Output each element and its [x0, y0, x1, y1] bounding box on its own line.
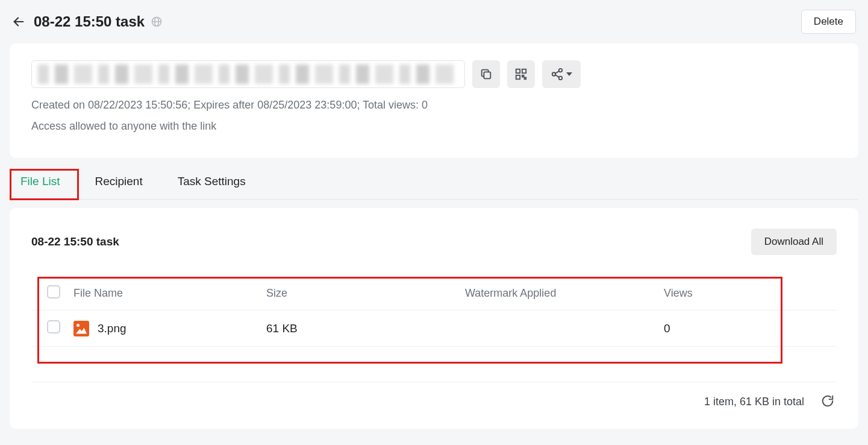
refresh-button[interactable]: [819, 392, 837, 412]
svg-point-11: [552, 72, 556, 76]
svg-line-13: [555, 71, 559, 74]
share-link-field[interactable]: [31, 60, 465, 88]
share-menu-button[interactable]: [542, 60, 581, 88]
file-cell: 3.png: [73, 321, 266, 336]
file-size: 61 KB: [266, 311, 465, 347]
content-title: 08-22 15:50 task: [31, 235, 119, 248]
svg-rect-7: [516, 75, 520, 79]
svg-line-14: [555, 75, 559, 77]
page-title-text: 08-22 15:50 task: [34, 13, 145, 30]
file-table: File Name Size Watermark Applied Views: [31, 278, 837, 347]
qr-code-button[interactable]: [507, 60, 535, 88]
tab-task-settings[interactable]: Task Settings: [169, 163, 254, 199]
tab-file-list[interactable]: File List: [12, 163, 68, 199]
link-info-card: Created on 08/22/2023 15:50:56; Expires …: [10, 43, 858, 158]
svg-point-10: [559, 69, 563, 72]
file-views: 0: [664, 311, 837, 347]
svg-rect-4: [484, 72, 490, 78]
svg-rect-5: [516, 69, 520, 73]
page-header: 08-22 15:50 task Delete: [10, 10, 858, 34]
link-row: [31, 60, 837, 88]
download-all-button[interactable]: Download All: [751, 229, 837, 255]
created-expires-line: Created on 08/22/2023 15:50:56; Expires …: [31, 99, 837, 112]
back-arrow-icon[interactable]: [12, 15, 25, 28]
share-link-obscured: [38, 65, 458, 84]
delete-button[interactable]: Delete: [801, 10, 856, 34]
svg-rect-6: [522, 69, 526, 73]
tab-recipient[interactable]: Recipient: [86, 163, 151, 199]
access-line: Access allowed to anyone with the link: [31, 120, 837, 133]
col-check-header: [31, 278, 73, 311]
tabs: File List Recipient Task Settings: [10, 163, 858, 200]
share-icon: [551, 68, 564, 81]
chevron-down-icon: [566, 72, 572, 76]
footer-summary: 1 item, 61 KB in total: [704, 396, 804, 408]
refresh-icon: [821, 394, 834, 408]
table-row[interactable]: 3.png 61 KB 0: [31, 311, 837, 347]
page-title: 08-22 15:50 task: [34, 13, 163, 30]
svg-point-12: [559, 77, 563, 80]
file-table-wrap: File Name Size Watermark Applied Views: [31, 278, 837, 347]
file-watermark: [465, 311, 664, 347]
table-header-row: File Name Size Watermark Applied Views: [31, 278, 837, 311]
header-left: 08-22 15:50 task: [12, 13, 163, 30]
row-checkbox[interactable]: [47, 320, 60, 333]
col-watermark-header: Watermark Applied: [465, 278, 664, 311]
svg-rect-9: [525, 78, 526, 80]
svg-rect-8: [522, 75, 524, 77]
globe-icon: [151, 16, 163, 28]
col-views-header: Views: [664, 278, 837, 311]
tabs-block: File List Recipient Task Settings: [10, 163, 858, 200]
file-name: 3.png: [98, 322, 126, 335]
col-size-header: Size: [266, 278, 465, 311]
copy-icon: [479, 68, 493, 81]
qr-code-icon: [514, 68, 528, 81]
image-file-icon: [73, 321, 89, 336]
file-list-card: 08-22 15:50 task Download All File Name …: [10, 208, 858, 429]
content-head: 08-22 15:50 task Download All: [31, 229, 837, 255]
col-name-header: File Name: [73, 278, 266, 311]
select-all-checkbox[interactable]: [47, 285, 60, 298]
table-footer: 1 item, 61 KB in total: [31, 382, 837, 412]
copy-link-button[interactable]: [472, 60, 500, 88]
